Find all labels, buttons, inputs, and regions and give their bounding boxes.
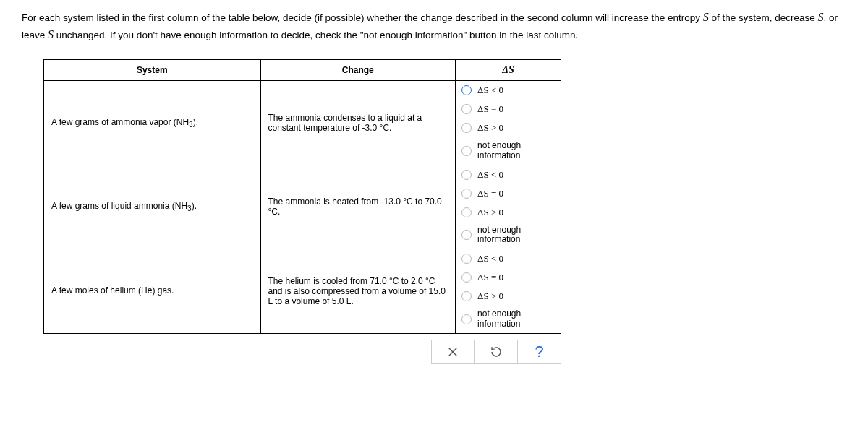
table-row: A few grams of ammonia vapor (NH3). The … [44,81,561,165]
radio-icon [461,272,472,283]
radio-icon [461,170,472,180]
radio-icon [461,85,472,95]
option-nei[interactable]: not enoughinformation [456,137,561,165]
table-row: A few grams of liquid ammonia (NH3). The… [44,165,561,249]
entropy-symbol: S [818,11,824,23]
radio-icon [461,146,472,156]
option-eq[interactable]: ΔS = 0 [456,100,561,119]
option-lt[interactable]: ΔS < 0 [456,81,561,100]
system-cell: A few grams of liquid ammonia (NH3). [44,165,261,249]
system-cell: A few moles of helium (He) gas. [44,249,261,334]
option-gt[interactable]: ΔS > 0 [456,119,561,137]
close-icon [446,345,459,358]
option-gt[interactable]: ΔS > 0 [456,203,561,222]
option-lt[interactable]: ΔS < 0 [456,165,561,184]
entropy-symbol: S [703,11,709,23]
option-eq[interactable]: ΔS = 0 [456,184,561,203]
help-button[interactable]: ? [518,340,561,364]
options-cell: ΔS < 0 ΔS = 0 ΔS > 0 not enoughinformati… [456,81,561,165]
change-cell: The helium is cooled from 71.0 °C to 2.0… [260,249,456,334]
radio-icon [461,104,472,114]
radio-icon [461,189,472,199]
entropy-table: System Change ΔS A few grams of ammonia … [43,59,561,334]
option-lt[interactable]: ΔS < 0 [456,249,561,268]
radio-icon [461,123,472,133]
reset-icon [490,345,503,358]
radio-icon [461,230,472,240]
options-cell: ΔS < 0 ΔS = 0 ΔS > 0 not enoughinformati… [456,249,561,334]
reset-button[interactable] [475,340,518,364]
toolbar: ? [43,340,561,364]
change-cell: The ammonia condenses to a liquid at a c… [260,81,456,165]
close-button[interactable] [431,340,475,364]
help-icon: ? [535,343,543,361]
system-cell: A few grams of ammonia vapor (NH3). [44,81,261,165]
radio-icon [461,314,472,324]
option-gt[interactable]: ΔS > 0 [456,287,561,306]
change-cell: The ammonia is heated from -13.0 °C to 7… [260,165,456,249]
radio-icon [461,291,472,301]
header-system: System [44,60,261,81]
instructions-text: For each system listed in the first colu… [22,9,846,43]
option-nei[interactable]: not enoughinformation [456,222,561,249]
option-nei[interactable]: not enoughinformation [456,306,561,333]
header-change: Change [260,60,456,81]
entropy-symbol: S [48,28,54,40]
header-deltaS: ΔS [456,60,561,81]
radio-icon [461,207,472,218]
option-eq[interactable]: ΔS = 0 [456,268,561,287]
table-row: A few moles of helium (He) gas. The heli… [44,249,561,334]
radio-icon [461,254,472,264]
options-cell: ΔS < 0 ΔS = 0 ΔS > 0 not enoughinformati… [456,165,561,249]
